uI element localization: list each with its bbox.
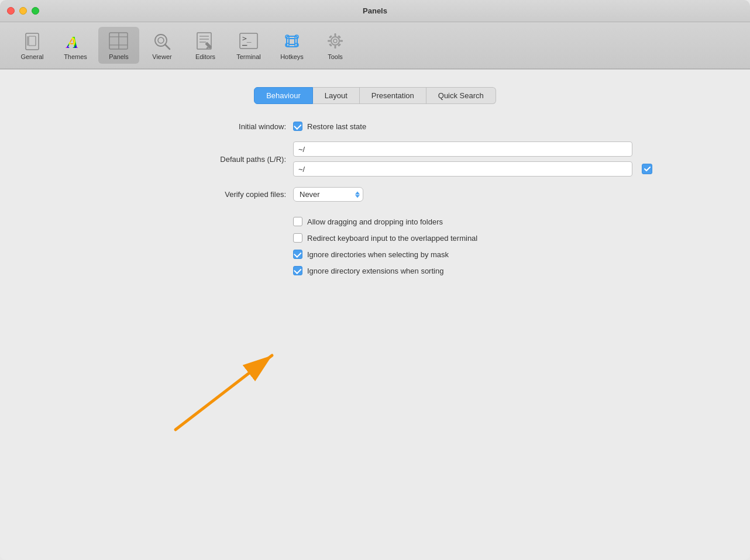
themes-icon: A A — [65, 30, 86, 51]
main-window: Panels General A — [0, 0, 750, 560]
drag-drop-label: Allow dragging and dropping into folders — [307, 217, 443, 226]
ignore-dirs-mask-row: Ignore directories when selecting by mas… — [293, 250, 586, 259]
checkboxes-group: Allow dragging and dropping into folders… — [293, 217, 586, 275]
window-title: Panels — [363, 6, 387, 15]
svg-point-28 — [333, 39, 337, 43]
tab-quick-search[interactable]: Quick Search — [426, 87, 496, 104]
restore-last-state-checkbox[interactable] — [293, 122, 302, 131]
panels-label: Panels — [109, 53, 129, 60]
verify-select-wrapper: Never Always When fast — [293, 187, 363, 202]
tab-presentation[interactable]: Presentation — [360, 87, 426, 104]
path-right-checkbox[interactable] — [642, 164, 652, 174]
themes-label: Themes — [64, 53, 87, 60]
svg-rect-1 — [29, 36, 36, 46]
toolbar-item-terminal[interactable]: _ >_ Terminal — [228, 27, 269, 64]
verify-copied-row: Verify copied files: Never Always When f… — [164, 187, 586, 202]
toolbar-item-general[interactable]: General — [12, 27, 53, 64]
drag-drop-row: Allow dragging and dropping into folders — [293, 217, 586, 226]
content-area: Behaviour Layout Presentation Quick Sear… — [0, 70, 750, 560]
svg-point-27 — [331, 37, 339, 45]
settings-form: Initial window: Restore last state Defau… — [164, 122, 586, 286]
toolbar-item-tools[interactable]: Tools — [315, 27, 356, 64]
editors-icon — [195, 30, 216, 51]
general-label: General — [20, 53, 43, 60]
svg-rect-30 — [335, 46, 336, 49]
tools-label: Tools — [328, 53, 343, 60]
svg-line-38 — [176, 355, 272, 430]
initial-window-control: Restore last state — [293, 122, 586, 131]
default-paths-row: Default paths (L/R): — [164, 141, 586, 177]
terminal-label: Terminal — [236, 53, 261, 60]
hotkeys-icon-img — [281, 30, 302, 51]
titlebar: Panels — [0, 0, 750, 22]
terminal-icon-img: _ >_ — [238, 30, 259, 51]
tab-layout[interactable]: Layout — [313, 87, 360, 104]
arrow-svg — [158, 339, 287, 433]
minimize-button[interactable] — [19, 7, 27, 15]
path-left-input[interactable] — [293, 141, 632, 157]
redirect-keyboard-checkbox[interactable] — [293, 233, 302, 243]
svg-line-11 — [165, 44, 170, 49]
ignore-dirs-mask-checkbox[interactable] — [293, 250, 302, 259]
restore-last-state-row: Restore last state — [293, 122, 586, 131]
checkboxes-row: Allow dragging and dropping into folders… — [164, 212, 586, 275]
checkboxes-control: Allow dragging and dropping into folders… — [293, 212, 586, 275]
drag-drop-checkbox[interactable] — [293, 217, 302, 226]
verify-copied-control: Never Always When fast — [293, 187, 586, 202]
initial-window-label: Initial window: — [164, 122, 293, 131]
hotkeys-label: Hotkeys — [280, 53, 304, 60]
arrow-annotation — [158, 339, 287, 435]
svg-rect-32 — [340, 40, 343, 42]
svg-rect-31 — [328, 40, 331, 42]
svg-rect-22 — [289, 39, 295, 44]
tab-behaviour[interactable]: Behaviour — [254, 87, 313, 104]
editors-label: Editors — [195, 53, 215, 60]
verify-select[interactable]: Never Always When fast — [293, 187, 363, 202]
general-icon — [22, 30, 43, 51]
toolbar-item-hotkeys[interactable]: Hotkeys — [271, 27, 312, 64]
svg-text:>_: >_ — [242, 34, 252, 43]
tools-icon — [325, 30, 346, 51]
default-paths-label: Default paths (L/R): — [164, 155, 293, 164]
toolbar-item-editors[interactable]: Editors — [185, 27, 226, 64]
verify-copied-label: Verify copied files: — [164, 190, 293, 199]
tab-bar: Behaviour Layout Presentation Quick Sear… — [254, 87, 496, 104]
initial-window-row: Initial window: Restore last state — [164, 122, 586, 131]
default-paths-control — [293, 141, 632, 177]
traffic-lights — [7, 7, 39, 15]
ignore-dir-ext-checkbox[interactable] — [293, 266, 302, 275]
path-right-input[interactable] — [293, 161, 632, 177]
redirect-keyboard-row: Redirect keyboard input to the overlappe… — [293, 233, 586, 243]
maximize-button[interactable] — [32, 7, 39, 15]
restore-last-state-label: Restore last state — [307, 122, 366, 131]
toolbar-item-themes[interactable]: A A Themes — [55, 27, 96, 64]
close-button[interactable] — [7, 7, 15, 15]
panels-icon — [108, 30, 129, 51]
viewer-icon — [152, 30, 173, 51]
svg-point-10 — [158, 37, 164, 43]
toolbar-item-panels[interactable]: Panels — [98, 27, 139, 64]
svg-text:A: A — [66, 32, 78, 51]
ignore-dir-ext-label: Ignore directory extensions when sorting — [307, 267, 443, 275]
viewer-label: Viewer — [152, 53, 171, 60]
ignore-dirs-mask-label: Ignore directories when selecting by mas… — [307, 250, 449, 259]
toolbar-item-viewer[interactable]: Viewer — [142, 27, 183, 64]
redirect-keyboard-label: Redirect keyboard input to the overlappe… — [307, 234, 477, 243]
toolbar: General A — [0, 22, 750, 69]
ignore-dir-ext-row: Ignore directory extensions when sorting — [293, 266, 586, 275]
svg-rect-29 — [335, 33, 336, 36]
